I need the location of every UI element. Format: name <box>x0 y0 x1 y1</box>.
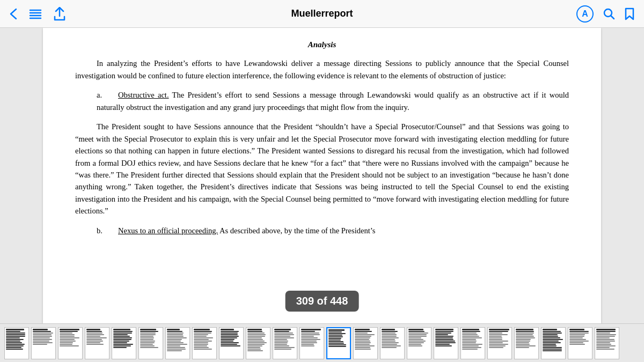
thumbnail-item[interactable] <box>434 327 458 359</box>
thumbnail-item[interactable] <box>219 327 244 359</box>
nav-left <box>10 7 106 21</box>
thumbnail-strip <box>0 323 644 362</box>
nav-center: Muellerreport <box>106 8 538 19</box>
subparagraph-b: b.Nexus to an official proceeding. As de… <box>75 225 569 237</box>
page-content: Analysis In analyzing the President’s ef… <box>43 28 601 323</box>
page-indicator: 309 of 448 <box>286 291 359 312</box>
thumbnail-item[interactable] <box>326 327 351 359</box>
nav-bar: Muellerreport A <box>0 0 644 28</box>
right-gutter <box>601 28 644 323</box>
thumbnail-item[interactable] <box>460 327 485 359</box>
subparagraph-a-label: a. <box>97 89 118 101</box>
paragraph-1: In analyzing the President’s efforts to … <box>75 57 569 82</box>
thumbnail-item[interactable] <box>568 327 592 359</box>
acrobat-button[interactable]: A <box>576 5 594 23</box>
thumbnail-item[interactable] <box>85 327 109 359</box>
thumbnail-item[interactable] <box>246 327 270 359</box>
svg-line-5 <box>611 16 614 19</box>
document-area: Analysis In analyzing the President’s ef… <box>0 28 644 323</box>
thumbnail-item[interactable] <box>112 327 136 359</box>
paragraph-2: The President sought to have Sessions an… <box>75 121 569 217</box>
section-title: Analysis <box>75 39 569 51</box>
thumbnail-item[interactable] <box>380 327 405 359</box>
search-button[interactable] <box>603 8 615 20</box>
share-button[interactable] <box>54 7 65 21</box>
thumbnail-item[interactable] <box>58 327 83 359</box>
document-text: Analysis In analyzing the President’s ef… <box>75 39 569 237</box>
subparagraph-b-label: b. <box>97 225 118 237</box>
thumbnail-item[interactable] <box>487 327 512 359</box>
back-button[interactable] <box>10 8 17 20</box>
subparagraph-a-heading: Obstructive act. <box>118 91 169 99</box>
thumbnail-item[interactable] <box>353 327 378 359</box>
thumbnail-item[interactable] <box>595 327 619 359</box>
nav-right: A <box>538 5 634 23</box>
thumbnail-item[interactable] <box>299 327 324 359</box>
thumbnail-item[interactable] <box>192 327 217 359</box>
thumbnail-item[interactable] <box>138 327 163 359</box>
thumbnail-item[interactable] <box>165 327 190 359</box>
toc-button[interactable] <box>29 9 42 19</box>
left-gutter <box>0 28 43 323</box>
subparagraph-a: a.Obstructive act. The President’s effor… <box>75 89 569 113</box>
thumbnail-item[interactable] <box>407 327 431 359</box>
thumbnail-item[interactable] <box>31 327 56 359</box>
subparagraph-b-heading: Nexus to an official proceeding. <box>118 226 218 235</box>
bookmark-button[interactable] <box>625 8 634 20</box>
subparagraph-b-text: As described above, by the time of the P… <box>218 226 375 235</box>
document-title: Muellerreport <box>291 8 353 19</box>
thumbnail-item[interactable] <box>273 327 297 359</box>
thumbnail-item[interactable] <box>514 327 539 359</box>
thumbnail-item[interactable] <box>541 327 566 359</box>
thumbnail-item[interactable] <box>4 327 29 359</box>
